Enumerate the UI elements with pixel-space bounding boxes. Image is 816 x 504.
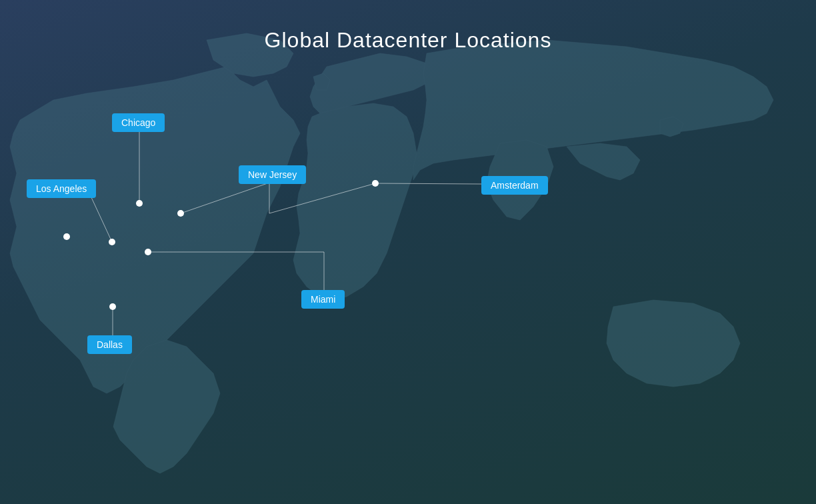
dot-los-angeles [63,233,70,240]
label-new-jersey[interactable]: New Jersey [239,165,306,184]
dot-chicago [136,200,143,207]
dot-new-jersey [177,210,184,217]
dot-miami [145,249,151,255]
label-dallas[interactable]: Dallas [87,335,132,354]
label-amsterdam[interactable]: Amsterdam [481,176,548,195]
locations-layer: Chicago Los Angeles New Jersey Amsterdam… [0,0,816,504]
page-title: Global Datacenter Locations [0,0,816,53]
dot-amsterdam [372,180,379,187]
map-container: Global Datacenter Locations Chicago Los … [0,0,816,504]
label-miami[interactable]: Miami [301,290,345,309]
label-los-angeles[interactable]: Los Angeles [27,179,96,198]
dot-los-angeles-2 [109,239,115,245]
label-chicago[interactable]: Chicago [112,113,165,132]
dot-dallas [109,303,116,310]
